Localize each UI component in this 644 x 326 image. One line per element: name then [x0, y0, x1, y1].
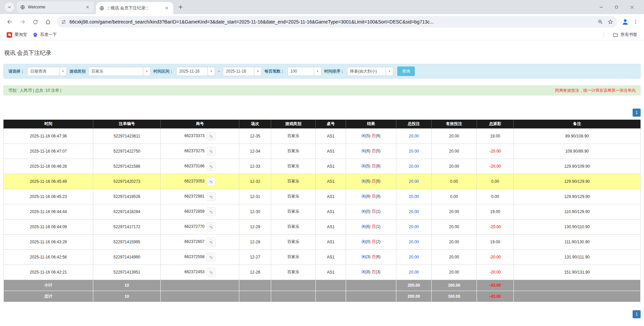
- cell-result: 闲(6) 庄(5): [346, 144, 396, 159]
- cell-total-bet[interactable]: 20.00: [396, 128, 432, 144]
- select-type-label: 请选择：: [8, 69, 24, 74]
- column-header: 总派彩: [477, 120, 514, 128]
- video-replay-icon[interactable]: [207, 268, 215, 277]
- cell-total-bet[interactable]: 20.00: [396, 159, 432, 174]
- video-replay-icon[interactable]: [207, 177, 215, 186]
- reload-button[interactable]: [30, 16, 41, 27]
- notice-text: 同局有效投注，统一计算在该局第一张注单内: [555, 88, 636, 93]
- date-start-select[interactable]: 2025-11-16 ▼: [176, 67, 215, 76]
- tab-bet-records[interactable]: :::视讯 会员下注纪录:::: [96, 2, 173, 14]
- sort-order-select[interactable]: 降幂(由大到小) ▼: [347, 67, 393, 76]
- game-type-select[interactable]: 百家乐 ▼: [88, 67, 151, 76]
- cell-session: 12-34: [239, 144, 271, 159]
- close-window-button[interactable]: [627, 2, 637, 12]
- bookmark-aitaobao[interactable]: 淘 爱淘宝: [4, 31, 30, 39]
- video-replay-icon[interactable]: [207, 207, 215, 216]
- cell-session: 12-27: [239, 249, 271, 264]
- table-row[interactable]: 2025-11-16 06:47:36522971423611662373373…: [4, 128, 641, 144]
- video-replay-icon[interactable]: [207, 147, 215, 156]
- tab-search-button[interactable]: [5, 2, 14, 12]
- cell-valid-bet: 20.00: [432, 159, 477, 174]
- chevron-down-icon: ▼: [143, 67, 150, 76]
- cell-bet-id: 522971414990: [93, 249, 161, 264]
- cell-table-no: AS1: [316, 159, 346, 174]
- cell-note: 129.90/129.90: [514, 189, 641, 204]
- cell-time: 2025-11-16 06:46:28: [4, 159, 93, 174]
- address-bar[interactable]: 66cxkj98.com/game/betrecord_search/kind3…: [57, 16, 617, 28]
- query-type-select[interactable]: 日期查询 ▼: [27, 67, 67, 76]
- cell-session: 12-32: [239, 174, 271, 189]
- cell-total-bet[interactable]: 20.00: [396, 144, 432, 159]
- total-label: 小计: [4, 280, 93, 291]
- table-row[interactable]: 2025-11-16 06:43:29522971415995662372657…: [4, 234, 641, 249]
- cell-time: 2025-11-16 06:47:36: [4, 128, 93, 144]
- video-replay-icon[interactable]: [207, 238, 215, 246]
- bookmark-star-icon[interactable]: [608, 19, 613, 25]
- all-bookmarks-button[interactable]: 所有书签: [610, 31, 640, 39]
- table-row[interactable]: 2025-11-16 06:46:28522971421586662373166…: [4, 159, 641, 174]
- table-row[interactable]: 2025-11-16 06:44:44522971418284662372859…: [4, 204, 641, 219]
- bookmark-label: 爱淘宝: [14, 32, 27, 38]
- divider: [604, 32, 604, 38]
- column-header: 局号: [161, 120, 239, 128]
- column-header: 注单编号: [93, 120, 161, 128]
- table-row[interactable]: 2025-11-16 06:45:23522971419526662372981…: [4, 189, 641, 204]
- chevron-down-icon: ▼: [59, 67, 66, 76]
- page-size-select[interactable]: 100 ▼: [287, 67, 321, 76]
- column-header: 时间: [4, 120, 93, 128]
- cell-game-type: 百家乐: [271, 204, 316, 219]
- cell-session: 12-26: [239, 264, 271, 280]
- video-replay-icon[interactable]: [207, 222, 215, 231]
- video-replay-icon[interactable]: [207, 132, 215, 140]
- total-bet-sum: 200.00: [396, 291, 432, 302]
- cell-time: 2025-11-16 06:43:29: [4, 234, 93, 249]
- cell-session: 12-28: [239, 234, 271, 249]
- video-replay-icon[interactable]: [207, 253, 215, 261]
- maximize-button[interactable]: [612, 2, 621, 12]
- minimize-button[interactable]: [596, 2, 606, 12]
- pagination-page-1-bottom[interactable]: 1: [633, 310, 641, 318]
- search-button[interactable]: 查询: [397, 67, 415, 76]
- back-button[interactable]: [4, 16, 15, 27]
- site-info-icon[interactable]: [61, 19, 66, 25]
- cell-time: 2025-11-16 06:42:21: [4, 264, 93, 280]
- url-text[interactable]: 66cxkj98.com/game/betrecord_search/kind3…: [69, 19, 593, 25]
- table-row[interactable]: 2025-11-16 06:42:21522971413951662372453…: [4, 264, 641, 280]
- profile-avatar[interactable]: [620, 16, 631, 27]
- cell-total-bet[interactable]: 20.00: [396, 174, 432, 189]
- cell-game-type: 百家乐: [271, 159, 316, 174]
- pagination-page-1-top[interactable]: 1: [633, 109, 641, 117]
- browser-menu-button[interactable]: [631, 17, 641, 27]
- cell-table-no: AS1: [316, 189, 346, 204]
- cell-note: 109.90/89.90: [514, 144, 641, 159]
- home-button[interactable]: [43, 16, 53, 27]
- table-row[interactable]: 2025-11-16 06:47:07522971422750662373275…: [4, 144, 641, 159]
- tilde-separator: ~: [218, 69, 220, 74]
- date-end-select[interactable]: 2025-11-16 ▼: [223, 67, 262, 76]
- chevron-down-icon: ▼: [207, 67, 215, 76]
- cell-total-bet[interactable]: 20.00: [396, 234, 432, 249]
- cell-total-bet[interactable]: 20.00: [396, 219, 432, 234]
- new-tab-button[interactable]: [176, 2, 185, 12]
- zoom-icon[interactable]: [598, 19, 603, 25]
- table-row[interactable]: 2025-11-16 06:45:49522971420273662373053…: [4, 174, 641, 189]
- cell-time: 2025-11-16 06:45:49: [4, 174, 93, 189]
- video-replay-icon[interactable]: [207, 162, 215, 171]
- table-row[interactable]: 2025-11-16 06:44:09522971417172662372770…: [4, 219, 641, 234]
- cell-payout: 19.00: [477, 128, 514, 144]
- video-replay-icon[interactable]: [207, 192, 215, 201]
- cell-total-bet[interactable]: 20.00: [396, 264, 432, 280]
- tab-title: Welcome: [28, 5, 85, 9]
- tab-close-icon[interactable]: [164, 5, 170, 11]
- cell-total-bet[interactable]: 20.00: [396, 189, 432, 204]
- cell-total-bet[interactable]: 20.00: [396, 204, 432, 219]
- person-icon: [621, 18, 629, 26]
- summary-info-bar: 币别 : 人民币 | 总共 :10 注单 | 同局有效投注，统一计算在该局第一张…: [3, 85, 641, 95]
- forward-button[interactable]: [17, 16, 28, 27]
- bookmark-baidu[interactable]: du 百度一下: [30, 31, 60, 39]
- tab-close-icon[interactable]: [85, 4, 91, 10]
- cell-valid-bet: 20.00: [432, 264, 477, 280]
- cell-total-bet[interactable]: 20.00: [396, 249, 432, 264]
- table-row[interactable]: 2025-11-16 06:42:56522971414990662372558…: [4, 249, 641, 264]
- tab-welcome[interactable]: Welcome: [17, 1, 94, 13]
